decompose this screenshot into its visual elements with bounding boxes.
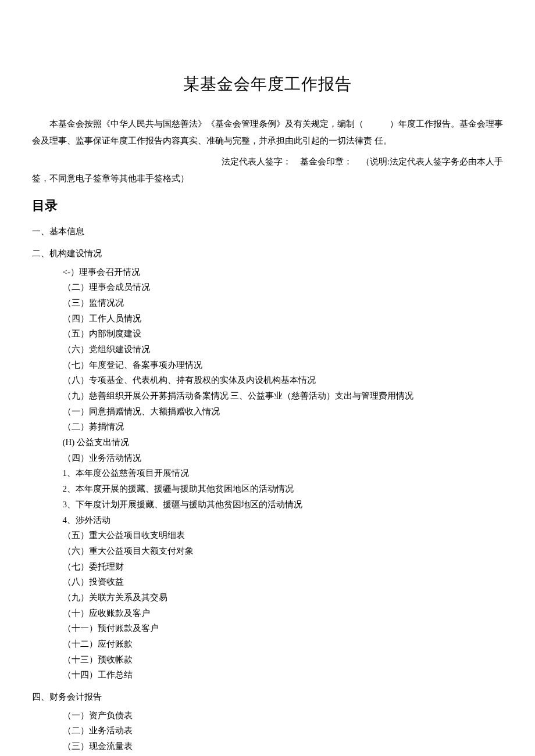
toc-section-1: 一、基本信息 [32, 223, 503, 240]
toc-sub-item: （十四）工作总结 [63, 667, 504, 683]
toc-sub-item: <-）理事会召开情况 [63, 264, 504, 280]
signature-line-right: 法定代表人签字： 基金会印章： （说明:法定代表人签字务必由本人手 [32, 153, 503, 170]
toc-level1-item: 四、财务会计报告 [32, 689, 503, 705]
toc-sub-item: （一）同意捐赠情况、大额捐赠收入情况 [63, 404, 504, 420]
toc-sub-item: 3、下年度计划开展援藏、援疆与援助其他贫困地区的活动情况 [63, 497, 504, 513]
toc-sub-item: （三）监情况况 [63, 295, 504, 311]
toc-sub-item: (H) 公益支出情况 [63, 435, 504, 450]
toc-sub-item: （十三）预收帐款 [63, 652, 504, 668]
toc-sub-list: <-）理事会召开情况 （二）理事会成员情况 （三）监情况况 （四）工作人员情况 … [32, 264, 503, 683]
intro-paragraph: 本基金会按照《中华人民共与国慈善法》《基金会管理条例》及有关规定，编制（ ）年度… [32, 116, 503, 149]
toc-level1-item: 二、机构建设情况 [32, 245, 503, 262]
toc-sub-item: （五）内部制度建设 [63, 326, 504, 342]
toc-sub-item: （六）党组织建设情况 [63, 342, 504, 357]
document-title: 某基金会年度工作报告 [32, 70, 503, 98]
toc-sub-item: 1、本年度公益慈善项目开展情况 [63, 465, 504, 481]
toc-sub-item: （二）募捐情况 [63, 419, 504, 435]
toc-sub-item: （三）现金流量表 [63, 739, 504, 754]
signature-line-left: 签，不同意电子签章等其他非手签格式） [32, 170, 503, 187]
toc-section-4: 四、财务会计报告 （一）资产负债表 （二）业务活动表 （三）现金流量表 [32, 689, 503, 754]
toc-sub-item: （二）业务活动表 [63, 723, 504, 739]
toc-sub-item: （一）资产负债表 [63, 708, 504, 723]
toc-sub-item: （四）工作人员情况 [63, 311, 504, 327]
toc-sub-item: （二）理事会成员情况 [63, 280, 504, 295]
toc-level1-item: 一、基本信息 [32, 223, 503, 240]
toc-sub-item: （六）重大公益项目大额支付对象 [63, 543, 504, 559]
toc-sub-item: （七）年度登记、备案事项办理情况 [63, 357, 504, 373]
toc-sub-list: （一）资产负债表 （二）业务活动表 （三）现金流量表 [32, 708, 503, 754]
toc-container: 一、基本信息 二、机构建设情况 <-）理事会召开情况 （二）理事会成员情况 （三… [32, 223, 503, 754]
toc-sub-item: （十）应收账款及客户 [63, 605, 504, 621]
toc-sub-item: 2、本年度开展的援藏、援疆与援助其他贫困地区的活动情况 [63, 481, 504, 497]
toc-heading: 目录 [32, 195, 503, 217]
toc-sub-item: （五）重大公益项目收支明细表 [63, 528, 504, 543]
toc-sub-item: （八）专项基金、代表机构、持有股权的实体及内设机构基本情况 [63, 372, 504, 388]
toc-sub-item: （十二）应付账款 [63, 636, 504, 652]
toc-sub-item: （七）委托理财 [63, 559, 504, 575]
toc-sub-item: （九）关联方关系及其交易 [63, 590, 504, 605]
toc-sub-item: （九）慈善组织开展公开募捐活动备案情况 三、公益事业（慈善活动）支出与管理费用情… [63, 388, 504, 404]
toc-section-2: 二、机构建设情况 <-）理事会召开情况 （二）理事会成员情况 （三）监情况况 （… [32, 245, 503, 683]
toc-sub-item: （八）投资收益 [63, 574, 504, 590]
toc-sub-item: （十一）预付账款及客户 [63, 621, 504, 636]
toc-sub-item: （四）业务活动情况 [63, 450, 504, 466]
toc-sub-item: 4、涉外活动 [63, 513, 504, 528]
